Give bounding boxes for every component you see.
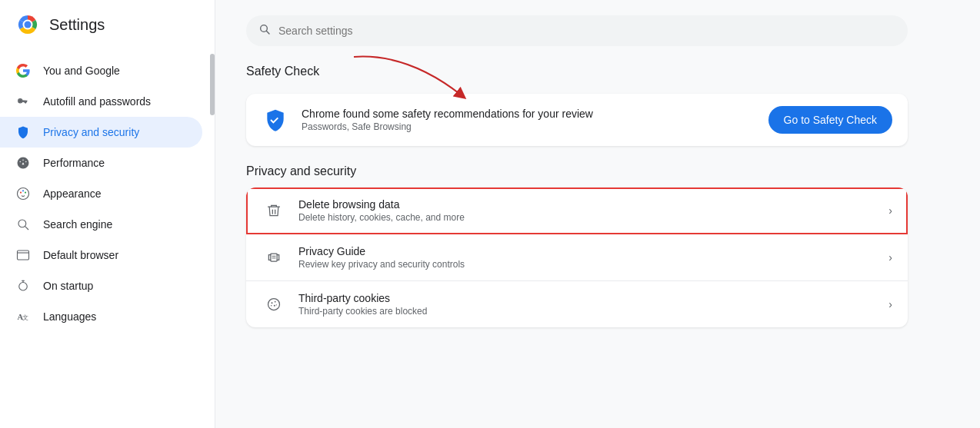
safety-check-subtitle: Passwords, Safe Browsing [302, 121, 756, 132]
svg-text:文: 文 [22, 314, 28, 321]
delete-browsing-data-subtitle: Delete history, cookies, cache, and more [298, 212, 876, 223]
languages-icon: A 文 [15, 309, 31, 324]
privacy-guide-text: Privacy Guide Review key privacy and sec… [298, 245, 876, 270]
sidebar-item-default-browser-label: Default browser [43, 249, 118, 261]
svg-point-24 [272, 302, 273, 304]
sidebar-item-languages[interactable]: A 文 Languages [0, 301, 202, 332]
cookie-icon [262, 292, 286, 317]
chevron-right-icon-3: › [888, 298, 892, 310]
svg-point-13 [19, 283, 28, 291]
appearance-icon [15, 186, 31, 201]
privacy-security-section-title: Privacy and security [246, 164, 949, 178]
safety-check-card: Chrome found some safety recommendations… [246, 94, 908, 146]
svg-point-23 [268, 299, 280, 310]
privacy-security-list: Delete browsing data Delete history, coo… [246, 187, 908, 327]
delete-browsing-data-title: Delete browsing data [298, 198, 876, 211]
search-input[interactable] [278, 25, 895, 37]
svg-line-10 [25, 227, 28, 230]
performance-icon [15, 155, 31, 171]
shield-icon [15, 124, 31, 140]
google-icon [15, 63, 31, 78]
sidebar-item-appearance[interactable]: Appearance [0, 178, 202, 209]
sidebar-item-you-and-google-label: You and Google [43, 65, 120, 77]
sidebar: Settings You and Google [0, 0, 215, 428]
sidebar-item-search-engine[interactable]: Search engine [0, 209, 202, 240]
sidebar-nav: You and Google Autofill and passwords Pr… [0, 49, 215, 338]
sidebar-item-autofill[interactable]: Autofill and passwords [0, 86, 202, 117]
search-icon [258, 23, 271, 38]
svg-point-7 [22, 190, 24, 191]
svg-point-25 [275, 301, 276, 303]
safety-shield-icon [262, 106, 289, 134]
svg-point-26 [274, 305, 275, 307]
delete-browsing-data-text: Delete browsing data Delete history, coo… [298, 198, 876, 223]
third-party-cookies-item[interactable]: Third-party cookies Third-party cookies … [246, 281, 908, 327]
privacy-guide-subtitle: Review key privacy and security controls [298, 259, 876, 270]
svg-line-17 [266, 31, 269, 34]
third-party-cookies-subtitle: Third-party cookies are blocked [298, 306, 876, 317]
key-icon [15, 94, 31, 109]
chevron-right-icon: › [888, 204, 892, 217]
safety-check-section-title: Safety Check [246, 65, 319, 78]
sidebar-item-autofill-label: Autofill and passwords [43, 95, 151, 108]
svg-point-28 [276, 304, 277, 305]
svg-point-8 [25, 191, 26, 193]
sidebar-item-appearance-label: Appearance [43, 187, 102, 200]
svg-point-6 [20, 191, 22, 193]
sidebar-item-privacy-label: Privacy and security [43, 126, 139, 138]
chrome-logo-icon [15, 12, 40, 37]
sidebar-item-you-and-google[interactable]: You and Google [0, 55, 202, 86]
go-to-safety-check-button[interactable]: Go to Safety Check [768, 106, 892, 134]
sidebar-item-languages-label: Languages [43, 310, 96, 323]
svg-rect-11 [18, 250, 29, 260]
main-content: Safety Check Chrome found some safety re… [215, 0, 980, 428]
sidebar-item-default-browser[interactable]: Default browser [0, 240, 202, 270]
third-party-cookies-text: Third-party cookies Third-party cookies … [298, 292, 876, 317]
sidebar-item-performance-label: Performance [43, 157, 105, 169]
svg-point-27 [271, 305, 272, 307]
privacy-guide-item[interactable]: Privacy Guide Review key privacy and sec… [246, 234, 908, 281]
third-party-cookies-title: Third-party cookies [298, 292, 876, 304]
browser-icon [15, 247, 31, 263]
sidebar-item-privacy-security[interactable]: Privacy and security [0, 117, 202, 148]
startup-icon [15, 278, 31, 294]
page-title: Settings [49, 16, 105, 34]
search-engine-icon [15, 217, 31, 232]
chevron-right-icon-2: › [888, 251, 892, 264]
delete-browsing-data-item[interactable]: Delete browsing data Delete history, coo… [246, 187, 908, 234]
privacy-guide-icon [262, 245, 286, 270]
sidebar-item-on-startup[interactable]: On startup [0, 270, 202, 301]
sidebar-header: Settings [0, 0, 215, 49]
safety-check-title: Chrome found some safety recommendations… [302, 108, 756, 120]
trash-icon [262, 198, 286, 223]
svg-point-3 [25, 22, 32, 28]
sidebar-item-on-startup-label: On startup [43, 280, 93, 292]
search-bar[interactable] [246, 15, 908, 46]
svg-point-5 [18, 188, 29, 200]
sidebar-item-search-engine-label: Search engine [43, 218, 112, 231]
privacy-guide-title: Privacy Guide [298, 245, 876, 257]
safety-check-text: Chrome found some safety recommendations… [302, 108, 756, 132]
svg-rect-20 [271, 254, 277, 261]
sidebar-item-performance[interactable]: Performance [0, 148, 202, 178]
